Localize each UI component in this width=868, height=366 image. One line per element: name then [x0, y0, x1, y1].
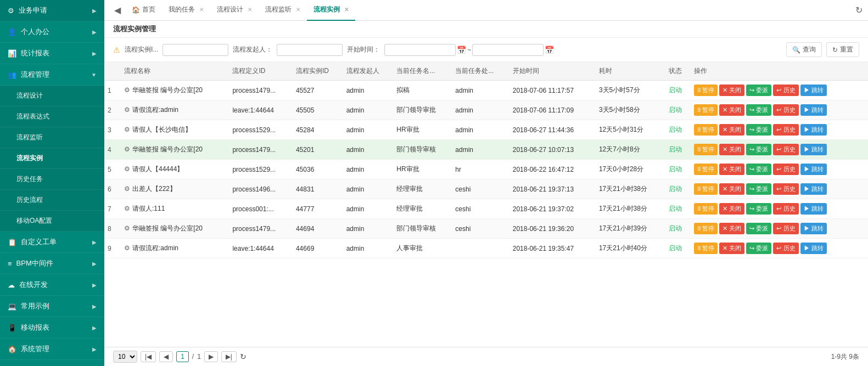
tab-process-design[interactable]: 流程设计 ✕: [210, 0, 259, 21]
pause-button[interactable]: II 暂停: [694, 223, 718, 234]
sidebar-item-mobile-report[interactable]: 📱 移动报表 ▶: [0, 317, 104, 339]
tab-my-tasks[interactable]: 我的任务 ✕: [162, 0, 210, 21]
close-tab-process-instance-icon[interactable]: ✕: [344, 7, 349, 13]
close-process-button[interactable]: ✕ 关闭: [719, 144, 744, 155]
jump-button[interactable]: ▶ 跳转: [800, 85, 827, 96]
history-button[interactable]: ↩ 历史: [773, 203, 798, 215]
sidebar-item-mobile-oa[interactable]: 移动OA配置: [0, 211, 104, 232]
sidebar-item-system-mgmt[interactable]: 🏠 系统管理 ▶: [0, 339, 104, 360]
initiator-filter-input[interactable]: [277, 44, 343, 56]
history-button[interactable]: ↩ 历史: [773, 144, 798, 155]
sidebar-item-bpm-middleware[interactable]: ≡ BPM中间件 ▶: [0, 253, 104, 274]
tab-refresh-button[interactable]: ↻: [855, 5, 863, 15]
row-gear-icon[interactable]: ⚙: [124, 244, 130, 252]
sidebar-item-process-monitor[interactable]: 流程监听: [0, 127, 104, 148]
sidebar-item-system-monitor[interactable]: 🎧 系统监控 ▶: [0, 360, 104, 366]
tab-process-instance[interactable]: 流程实例 ✕: [307, 0, 355, 21]
tab-home[interactable]: 🏠 首页: [125, 0, 162, 21]
delegate-button[interactable]: ↪ 委派: [746, 85, 771, 96]
pause-button[interactable]: II 暂停: [694, 203, 718, 215]
history-button[interactable]: ↩ 历史: [773, 164, 798, 175]
delegate-button[interactable]: ↪ 委派: [746, 164, 771, 175]
jump-button[interactable]: ▶ 跳转: [800, 164, 827, 175]
pause-button[interactable]: II 暂停: [694, 164, 718, 175]
pause-button[interactable]: II 暂停: [694, 243, 718, 254]
pagination-refresh-button[interactable]: ↻: [240, 352, 247, 361]
calendar-end-icon[interactable]: 📅: [545, 46, 554, 54]
sidebar-item-process-expression[interactable]: 流程表达式: [0, 106, 104, 127]
jump-button[interactable]: ▶ 跳转: [800, 144, 827, 155]
jump-button[interactable]: ▶ 跳转: [800, 243, 827, 254]
business-apply-icon: ⚙: [8, 7, 14, 15]
history-button[interactable]: ↩ 历史: [773, 243, 798, 254]
delegate-button[interactable]: ↪ 委派: [746, 243, 771, 254]
close-process-button[interactable]: ✕ 关闭: [719, 104, 744, 116]
jump-button[interactable]: ▶ 跳转: [800, 203, 827, 215]
sidebar-item-online-dev[interactable]: ☁ 在线开发 ▶: [0, 274, 104, 296]
row-gear-icon[interactable]: ⚙: [124, 145, 130, 153]
close-process-button[interactable]: ✕ 关闭: [719, 164, 744, 175]
tab-process-monitor[interactable]: 流程监听 ✕: [259, 0, 307, 21]
history-button[interactable]: ↩ 历史: [773, 85, 798, 96]
last-page-button[interactable]: ▶|: [221, 351, 237, 362]
delegate-button[interactable]: ↪ 委派: [746, 104, 771, 116]
close-tab-process-monitor-icon[interactable]: ✕: [296, 7, 300, 13]
row-gear-icon[interactable]: ⚙: [124, 185, 130, 193]
row-gear-icon[interactable]: ⚙: [124, 126, 130, 133]
row-gear-icon[interactable]: ⚙: [124, 106, 130, 114]
row-gear-icon[interactable]: ⚙: [124, 224, 130, 232]
history-button[interactable]: ↩ 历史: [773, 104, 798, 116]
sidebar-item-custom-tools[interactable]: 📋 自定义工单 ▶: [0, 232, 104, 253]
first-page-button[interactable]: |◀: [141, 351, 156, 362]
search-button[interactable]: 🔍 查询: [786, 42, 822, 57]
start-date-input[interactable]: [384, 44, 456, 56]
sidebar-item-common-examples[interactable]: 💻 常用示例 ▶: [0, 296, 104, 317]
sidebar-item-process-mgmt[interactable]: 👥 流程管理 ▼: [0, 64, 104, 86]
row-actions: II 暂停 ✕ 关闭 ↪ 委派 ↩ 历史 ▶ 跳转: [691, 239, 868, 258]
row-gear-icon[interactable]: ⚙: [124, 165, 130, 173]
calendar-start-icon[interactable]: 📅: [457, 46, 466, 54]
close-tab-process-design-icon[interactable]: ✕: [248, 7, 252, 13]
sidebar-item-history-process[interactable]: 历史流程: [0, 190, 104, 211]
pause-button[interactable]: II 暂停: [694, 104, 718, 116]
delegate-button[interactable]: ↪ 委派: [746, 144, 771, 155]
jump-button[interactable]: ▶ 跳转: [800, 124, 827, 136]
row-gear-icon[interactable]: ⚙: [124, 205, 130, 212]
sidebar-item-process-design[interactable]: 流程设计: [0, 86, 104, 106]
sidebar-item-history-task[interactable]: 历史任务: [0, 169, 104, 190]
pause-button[interactable]: II 暂停: [694, 124, 718, 136]
delegate-button[interactable]: ↪ 委派: [746, 203, 771, 215]
jump-button[interactable]: ▶ 跳转: [800, 223, 827, 234]
close-process-button[interactable]: ✕ 关闭: [719, 223, 744, 234]
sidebar-item-business-apply[interactable]: ⚙ 业务申请 ▶: [0, 0, 104, 21]
pause-button[interactable]: II 暂停: [694, 144, 718, 155]
close-process-button[interactable]: ✕ 关闭: [719, 203, 744, 215]
prev-page-button[interactable]: ◀: [159, 351, 173, 362]
close-process-button[interactable]: ✕ 关闭: [719, 243, 744, 254]
pause-button[interactable]: II 暂停: [694, 183, 718, 195]
pause-button[interactable]: II 暂停: [694, 85, 718, 96]
history-button[interactable]: ↩ 历史: [773, 124, 798, 136]
reset-button[interactable]: ↻ 重置: [826, 42, 859, 57]
history-button[interactable]: ↩ 历史: [773, 183, 798, 195]
sidebar-item-process-instance[interactable]: 流程实例: [0, 148, 104, 169]
delegate-button[interactable]: ↪ 委派: [746, 223, 771, 234]
close-process-button[interactable]: ✕ 关闭: [719, 183, 744, 195]
delegate-button[interactable]: ↪ 委派: [746, 183, 771, 195]
delegate-button[interactable]: ↪ 委派: [746, 124, 771, 136]
close-process-button[interactable]: ✕ 关闭: [719, 85, 744, 96]
jump-button[interactable]: ▶ 跳转: [800, 104, 827, 116]
sidebar-toggle-button[interactable]: ◀: [110, 5, 125, 15]
jump-icon: ▶: [804, 225, 810, 232]
end-date-input[interactable]: [472, 44, 544, 56]
page-size-select[interactable]: 10 20 50: [113, 351, 137, 363]
instance-filter-input[interactable]: [163, 44, 228, 56]
sidebar-item-personal-office[interactable]: 👤 个人办公 ▶: [0, 21, 104, 43]
close-tab-my-tasks-icon[interactable]: ✕: [199, 7, 204, 13]
sidebar-item-stats-report[interactable]: 📊 统计报表 ▶: [0, 43, 104, 64]
row-gear-icon[interactable]: ⚙: [124, 86, 130, 94]
close-process-button[interactable]: ✕ 关闭: [719, 124, 744, 136]
jump-button[interactable]: ▶ 跳转: [800, 183, 827, 195]
next-page-button[interactable]: ▶: [204, 351, 218, 362]
history-button[interactable]: ↩ 历史: [773, 223, 798, 234]
